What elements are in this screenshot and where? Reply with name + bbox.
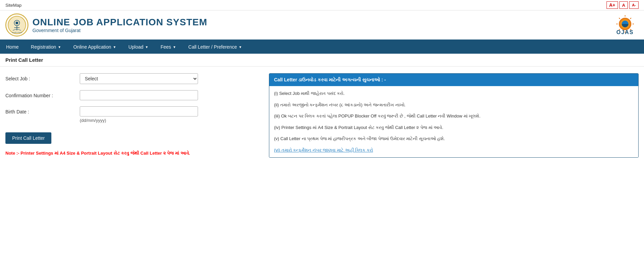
nav-online-application[interactable]: Online Application ▼ <box>67 40 122 54</box>
confirmation-row: Confirmation Number : <box>5 90 262 100</box>
form-section: Select Job : Select Confirmation Number … <box>5 73 262 158</box>
svg-text:સત્યમેવ જયતે: સત્યમેવ જયતે <box>12 31 22 33</box>
ojas-logo: OJAS <box>612 13 639 37</box>
nav-home[interactable]: Home <box>0 40 25 54</box>
select-job-field: Select <box>80 73 262 84</box>
navbar: Home Registration ▼ Online Application ▼… <box>0 40 644 54</box>
header: સત્યમેવ જયતે ONLINE JOB APPLICATION SYST… <box>0 10 644 40</box>
confirmation-field <box>80 90 262 100</box>
info-box: Call Letter ડાઉનવોડ કરવા માટેની અગત્યની … <box>269 73 639 158</box>
chevron-down-icon: ▼ <box>113 45 116 49</box>
main-content: Select Job : Select Confirmation Number … <box>0 67 644 164</box>
svg-point-2 <box>16 22 18 24</box>
birth-date-row: Birth Date : (dd/mm/yyyy) <box>5 106 262 123</box>
birth-date-label: Birth Date : <box>5 106 80 114</box>
info-item-1: (i) Select Job માથી જાહેરાત પસંદ કરો. <box>274 90 634 97</box>
chevron-down-icon: ▼ <box>58 45 61 49</box>
svg-text:OJAS: OJAS <box>616 29 634 35</box>
nav-registration[interactable]: Registration ▼ <box>25 40 67 54</box>
chevron-down-icon: ▼ <box>239 45 242 49</box>
select-job-label: Select Job : <box>5 73 80 81</box>
app-title: ONLINE JOB APPLICATION SYSTEM <box>32 17 207 28</box>
info-box-body: (i) Select Job માથી જાહેરાત પસંદ કરો. (i… <box>269 86 638 157</box>
font-large-button[interactable]: A+ <box>606 1 618 9</box>
birth-date-input[interactable] <box>80 106 198 116</box>
info-item-4: (iv) Printer Settings માં A4 Size & Port… <box>274 124 634 131</box>
confirmation-input[interactable] <box>80 90 198 100</box>
top-bar: SiteMap A+ A A- <box>0 0 644 10</box>
select-job-row: Select Job : Select <box>5 73 262 84</box>
svg-line-13 <box>619 18 620 19</box>
select-job-dropdown[interactable]: Select <box>80 73 198 84</box>
info-item-3: (iii) Ok બટન પર ક્લિક કરતાં પહેલા POPUP … <box>274 113 634 120</box>
font-medium-button[interactable]: A <box>619 1 628 9</box>
nav-fees[interactable]: Fees ▼ <box>154 40 182 54</box>
page-title: Print Call Letter <box>0 54 644 67</box>
confirmation-label: Confirmation Number : <box>5 90 80 98</box>
note-text: Note :- Printer Settings માં A4 Size & P… <box>5 151 262 156</box>
date-hint: (dd/mm/yyyy) <box>80 118 262 123</box>
chevron-down-icon: ▼ <box>145 45 148 49</box>
print-call-letter-button[interactable]: Print Call Letter <box>5 132 51 144</box>
nav-call-letter[interactable]: Call Letter / Preference ▼ <box>182 40 248 54</box>
app-subtitle: Government of Gujarat <box>32 28 207 33</box>
birth-date-field: (dd/mm/yyyy) <box>80 106 262 123</box>
sitemap-link[interactable]: SiteMap <box>5 3 22 8</box>
info-item-5: (v) Call Letter ના પ્રથમ પેજ માં હાજરીપત… <box>274 135 634 142</box>
header-left: સત્યમેવ જયતે ONLINE JOB APPLICATION SYST… <box>5 14 207 36</box>
nav-upload[interactable]: Upload ▼ <box>122 40 154 54</box>
emblem-logo: સત્યમેવ જયતે <box>5 14 28 36</box>
font-small-button[interactable]: A- <box>629 1 639 9</box>
info-item-2: (ii) તમારો અરજીનો કન્ફર્મેશન નંબર (૮ આંક… <box>274 102 634 108</box>
info-box-header: Call Letter ડાઉનવોડ કરવા માટેની અગત્યની … <box>269 74 638 86</box>
header-title: ONLINE JOB APPLICATION SYSTEM Government… <box>32 17 207 33</box>
chevron-down-icon: ▼ <box>173 45 176 49</box>
svg-line-12 <box>630 18 631 19</box>
font-size-controls: A+ A A- <box>606 1 639 9</box>
info-item-6[interactable]: (vi) તમારો કન્ફર્મેશન નંબર જાણવા માટે અહ… <box>274 147 634 154</box>
